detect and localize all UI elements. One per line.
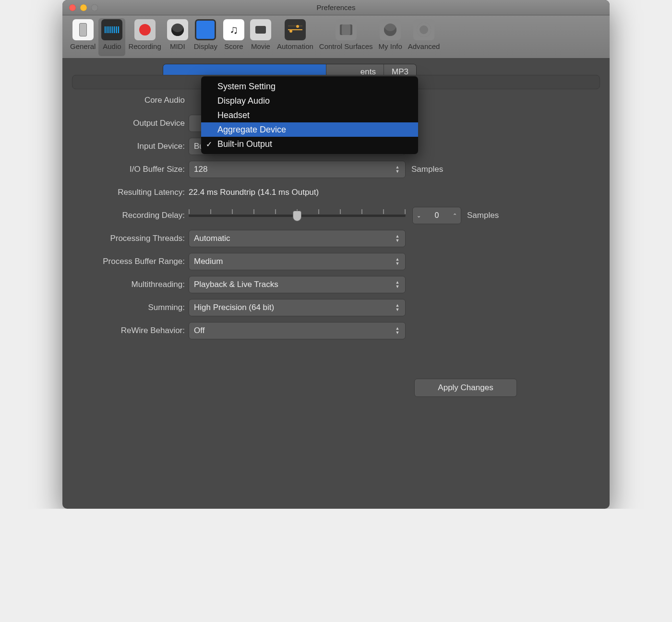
person-icon xyxy=(380,19,401,40)
toolbar-score[interactable]: Score xyxy=(220,18,247,56)
titlebar: Preferences xyxy=(62,0,610,15)
menu-item-aggregate-device[interactable]: Aggregate Device xyxy=(201,122,418,137)
multithreading-label: Multithreading: xyxy=(72,280,189,289)
automation-icon xyxy=(285,19,306,40)
gear-icon xyxy=(413,19,434,40)
recording-delay-label: Recording Delay: xyxy=(72,211,189,220)
recording-delay-suffix: Samples xyxy=(467,211,499,220)
toolbar-my-info[interactable]: My Info xyxy=(376,18,405,56)
io-buffer-label: I/O Buffer Size: xyxy=(72,165,189,174)
window-title: Preferences xyxy=(62,3,610,12)
processing-threads-label: Processing Threads: xyxy=(72,234,189,243)
recording-delay-slider[interactable] xyxy=(189,215,406,217)
summing-select[interactable]: High Precision (64 bit) ▲▼ xyxy=(189,299,406,316)
rewire-behavior-select[interactable]: Off ▲▼ xyxy=(189,322,406,339)
waveform-icon xyxy=(101,19,122,40)
toolbar-automation[interactable]: Automation xyxy=(274,18,316,56)
updown-icon: ▲▼ xyxy=(394,278,401,291)
score-icon xyxy=(223,19,244,40)
toolbar-audio[interactable]: Audio xyxy=(98,18,125,56)
menu-item-built-in-output[interactable]: ✓Built-in Output xyxy=(201,137,418,151)
io-buffer-suffix: Samples xyxy=(411,165,443,174)
updown-icon: ▲▼ xyxy=(394,163,401,176)
switch-icon xyxy=(72,19,94,40)
processing-threads-select[interactable]: Automatic ▲▼ xyxy=(189,230,406,247)
toolbar-movie[interactable]: Movie xyxy=(247,18,274,56)
toolbar-midi[interactable]: MIDI xyxy=(164,18,191,56)
process-buffer-range-label: Process Buffer Range: xyxy=(72,257,189,266)
sliders-icon xyxy=(336,19,357,40)
process-buffer-range-select[interactable]: Medium ▲▼ xyxy=(189,253,406,270)
summing-label: Summing: xyxy=(72,303,189,312)
updown-icon: ▲▼ xyxy=(394,324,401,337)
record-icon xyxy=(134,19,156,40)
display-icon xyxy=(195,19,216,40)
devices-content: Core Audio Output Device ▲▼ Input Device… xyxy=(72,75,600,89)
chevron-down-icon[interactable]: ⌄ xyxy=(417,213,421,219)
midi-icon xyxy=(167,19,188,40)
toolbar-display[interactable]: Display xyxy=(191,18,220,56)
updown-icon: ▲▼ xyxy=(394,255,401,268)
menu-item-headset[interactable]: Headset xyxy=(201,108,418,122)
preferences-window: Preferences General Audio Recording MIDI… xyxy=(62,0,610,509)
rewire-behavior-label: ReWire Behavior: xyxy=(72,326,189,335)
menu-item-system-setting[interactable]: System Setting xyxy=(201,79,418,94)
latency-label: Resulting Latency: xyxy=(72,188,189,197)
movie-icon xyxy=(250,19,271,40)
multithreading-select[interactable]: Playback & Live Tracks ▲▼ xyxy=(189,276,406,293)
apply-changes-button[interactable]: Apply Changes xyxy=(414,379,517,397)
checkmark-icon: ✓ xyxy=(206,140,212,149)
toolbar-general[interactable]: General xyxy=(67,18,98,56)
recording-delay-stepper[interactable]: ⌄ 0 ⌃ xyxy=(412,207,461,224)
toolbar-advanced[interactable]: Advanced xyxy=(405,18,443,56)
slider-thumb[interactable] xyxy=(293,211,301,221)
output-device-label: Output Device xyxy=(72,119,189,128)
menu-item-display-audio[interactable]: Display Audio xyxy=(201,94,418,108)
updown-icon: ▲▼ xyxy=(394,232,401,245)
input-device-label: Input Device: xyxy=(72,142,189,151)
preferences-toolbar: General Audio Recording MIDI Display Sco… xyxy=(62,15,610,59)
updown-icon: ▲▼ xyxy=(394,301,401,314)
toolbar-recording[interactable]: Recording xyxy=(125,18,164,56)
io-buffer-select[interactable]: 128 ▲▼ xyxy=(189,161,406,178)
chevron-up-icon[interactable]: ⌃ xyxy=(453,213,457,219)
output-device-menu[interactable]: System Setting Display Audio Headset Agg… xyxy=(201,76,418,154)
core-audio-label: Core Audio xyxy=(72,96,189,105)
toolbar-control-surfaces[interactable]: Control Surfaces xyxy=(316,18,376,56)
latency-value: 22.4 ms Roundtrip (14.1 ms Output) xyxy=(189,188,319,197)
